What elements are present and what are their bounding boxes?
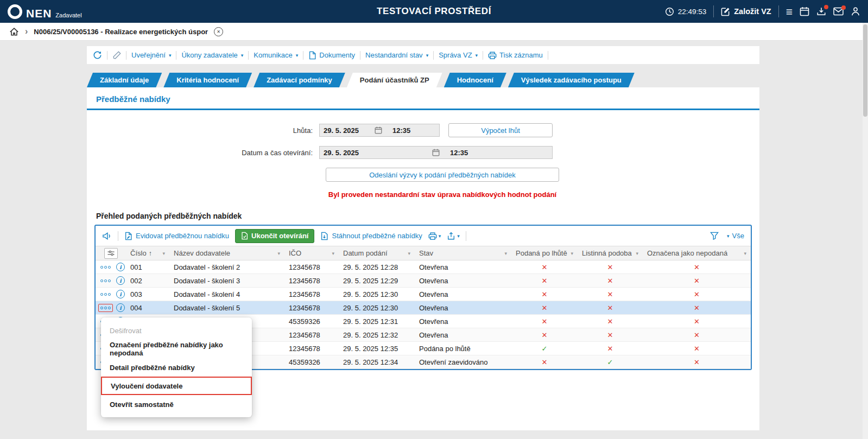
caret-down-icon[interactable]: ▾	[504, 251, 507, 256]
column-header-datum-podani[interactable]: Datum podání▾	[339, 246, 415, 260]
deadline-date-value: 29. 5. 2025	[324, 126, 359, 135]
download-preliminary-offers-button[interactable]: Stáhnout předběžné nabídky	[320, 232, 422, 240]
column-header-podana-po-lhute[interactable]: Podaná po lhůtě▾	[511, 246, 578, 260]
row-ico: 12345678	[284, 301, 339, 314]
history-icon[interactable]	[93, 50, 102, 60]
toolbar-link-sprava-vz[interactable]: Správa VZ▾	[439, 51, 478, 59]
row-menu-button[interactable]	[98, 304, 113, 312]
opening-date-field[interactable]: 29. 5. 2025	[320, 147, 443, 158]
column-label: Stav	[419, 249, 433, 257]
caret-down-icon: ▾	[476, 53, 478, 58]
caret-down-icon: ▾	[169, 53, 172, 58]
caret-down-icon[interactable]: ▾	[162, 251, 165, 256]
row-paper-flag: ✕	[578, 260, 643, 273]
send-invite-button[interactable]: Odeslání výzvy k podání předběžných nabí…	[326, 168, 559, 182]
deadline-time-field[interactable]: 12:35	[386, 124, 439, 136]
deadline-label: Lhůta:	[87, 126, 319, 135]
table-row[interactable]: i002Dodavatel - školení 31234567829. 5. …	[96, 274, 751, 288]
row-paper-flag: ✓	[578, 355, 643, 368]
column-header-stav[interactable]: Stav▾	[415, 246, 511, 260]
tab-zadavaci-podminky[interactable]: Zadávací podmínky	[254, 73, 345, 87]
caret-down-icon[interactable]: ▾	[277, 251, 280, 256]
toolbar-link-komunikace[interactable]: Komunikace▾	[254, 51, 298, 59]
toolbar-link-nestandardni-stav[interactable]: Nestandardní stav▾	[365, 51, 428, 59]
calendar-icon[interactable]	[800, 7, 809, 16]
toolbar-link-uverejneni[interactable]: Uveřejnění▾	[131, 51, 171, 59]
caret-down-icon[interactable]: ▾	[408, 251, 410, 256]
menu-item-otevrit-samostatne[interactable]: Otevřít samostatně	[101, 395, 252, 413]
end-opening-button[interactable]: Ukončit otevírání	[235, 229, 314, 243]
hamburger-menu-icon[interactable]: ≡	[786, 6, 793, 17]
opening-time-field[interactable]: 12:35	[443, 147, 552, 158]
opening-row: Datum a čas otevírání: 29. 5. 2025 12:35	[87, 146, 759, 159]
row-menu-button[interactable]	[98, 277, 113, 285]
tab-hodnoceni[interactable]: Hodnocení	[444, 73, 506, 87]
cross-icon: ✕	[542, 331, 548, 339]
column-label: Datum podání	[343, 249, 388, 257]
column-header-oznacena-jako-nepodana[interactable]: Označena jako nepodaná▾	[643, 246, 751, 260]
caret-down-icon: ▾	[727, 233, 730, 239]
tab-zakladni-udaje[interactable]: Základní údaje	[87, 73, 162, 87]
print-button[interactable]: ▾	[428, 232, 441, 240]
row-info-button[interactable]: i	[116, 303, 125, 312]
column-header-cislo[interactable]: Číslo↑▾	[126, 246, 169, 260]
export-button[interactable]: ▾	[447, 232, 460, 240]
deadline-date-field[interactable]: 29. 5. 2025	[320, 124, 386, 136]
calendar-icon[interactable]	[432, 149, 440, 156]
row-info-button[interactable]: i	[116, 276, 125, 285]
row-actions: i	[96, 260, 126, 273]
toolbar-link-dokumenty[interactable]: Dokumenty	[308, 51, 355, 60]
messages-button[interactable]	[833, 7, 844, 16]
caret-down-icon[interactable]: ▾	[636, 251, 638, 256]
column-header-ico[interactable]: IČO▾	[284, 246, 339, 260]
caret-down-icon: ▾	[241, 53, 244, 58]
table-row[interactable]: i003Dodavatel - školení 41234567829. 5. …	[96, 288, 751, 301]
toolbar-link-ukony-zadavatele[interactable]: Úkony zadavatele▾	[181, 51, 243, 59]
downloads-button[interactable]	[816, 7, 826, 16]
table-row[interactable]: i001Dodavatel - školení 21234567829. 5. …	[96, 260, 751, 274]
tab-kriteria-hodnoceni[interactable]: Kritéria hodnocení	[163, 73, 252, 87]
calculate-deadlines-button[interactable]: Výpočet lhůt	[448, 123, 553, 137]
row-submitted: 29. 5. 2025 12:28	[339, 260, 415, 273]
filter-all-dropdown[interactable]: ▾ Vše	[726, 232, 744, 240]
column-header-nazev-dodavatele[interactable]: Název dodavatele▾	[169, 246, 284, 260]
row-info-button[interactable]: i	[116, 263, 125, 271]
announcement-icon[interactable]	[102, 232, 112, 240]
calendar-icon[interactable]	[375, 126, 382, 134]
caret-down-icon[interactable]: ▾	[332, 251, 334, 256]
edit-pencil-icon[interactable]	[112, 51, 121, 60]
menu-item-vylouceni-dodavatele[interactable]: Vyloučení dodavatele	[101, 377, 252, 395]
row-late-flag: ✓	[511, 342, 578, 355]
menu-item-oznaceni-predbezne-nabidky-jako-nepodana[interactable]: Označení předběžné nabídky jako nepodaná	[101, 340, 252, 358]
column-settings-icon[interactable]	[104, 248, 118, 259]
scrollbar-thumb[interactable]	[863, 24, 867, 117]
row-info-button[interactable]: i	[116, 290, 125, 298]
section-title: Předběžné nabídky	[87, 87, 759, 109]
menu-item-detail-predbezne-nabidky[interactable]: Detail předběžné nabídky	[101, 358, 252, 377]
row-paper-flag: ✕	[578, 274, 643, 287]
close-record-icon[interactable]: ✕	[214, 27, 223, 36]
separator	[126, 51, 126, 60]
record-preliminary-offer-button[interactable]: Evidovat předběžnou nabídku	[124, 232, 229, 240]
filter-icon[interactable]	[710, 232, 719, 240]
caret-down-icon[interactable]: ▾	[571, 251, 573, 256]
cross-icon: ✕	[694, 290, 700, 298]
tabs: Základní údajeKritéria hodnoceníZadávací…	[87, 73, 759, 87]
row-status: Otevřena	[415, 274, 511, 287]
user-profile-icon[interactable]	[851, 7, 860, 16]
toolbar-link-label: Úkony zadavatele	[181, 51, 237, 59]
row-menu-button[interactable]	[98, 263, 113, 271]
column-header-settings	[96, 246, 126, 260]
tab-vysledek-zadavaciho-postupu[interactable]: Výsledek zadávacího postupu	[508, 73, 635, 87]
home-icon[interactable]	[9, 27, 19, 36]
column-header-listinna-podoba[interactable]: Listinná podoba▾	[578, 246, 643, 260]
caret-down-icon[interactable]: ▾	[744, 251, 746, 256]
table-row[interactable]: i004Dodavatel - školení 51234567829. 5. …	[96, 301, 751, 315]
toolbar-link-tisk-zaznamu[interactable]: Tisk záznamu	[488, 51, 543, 60]
nen-brand[interactable]: NEN Zadavatel	[8, 4, 82, 19]
create-vz-button[interactable]: Založit VZ	[721, 7, 771, 16]
tab-podani-ucastniku-zp[interactable]: Podání účastníků ZP	[347, 73, 442, 87]
separator	[118, 231, 118, 241]
row-menu-button[interactable]	[98, 290, 113, 298]
row-paper-flag: ✕	[578, 315, 643, 328]
